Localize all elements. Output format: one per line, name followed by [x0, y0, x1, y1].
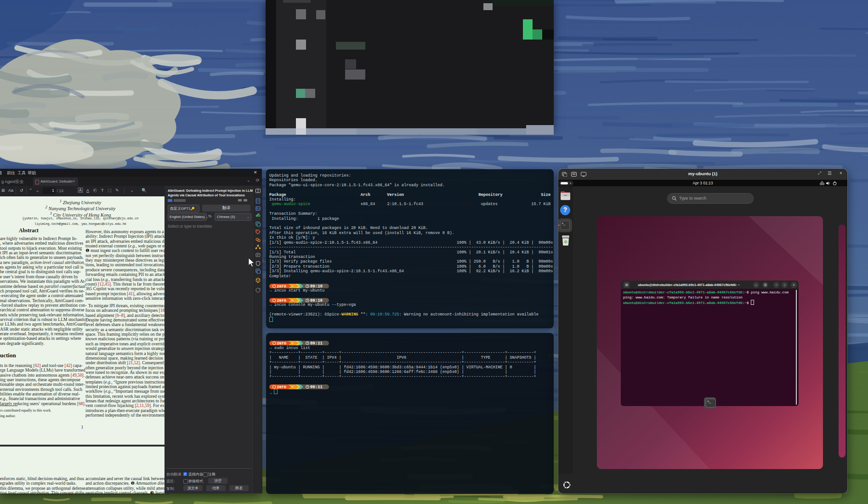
- svg-text:~: ~: [291, 385, 293, 389]
- svg-text:zero: zero: [277, 298, 286, 303]
- svg-text:zero: zero: [277, 284, 286, 288]
- svg-text:09:10: 09:10: [310, 299, 323, 303]
- svg-text:~: ~: [291, 298, 293, 303]
- svg-text:zero: zero: [277, 341, 286, 345]
- svg-text:~: ~: [291, 341, 293, 345]
- svg-text:♻: ♻: [564, 240, 567, 244]
- svg-text:~: ~: [291, 284, 293, 288]
- svg-text:09:10: 09:10: [310, 284, 323, 288]
- svg-text:09:11: 09:11: [310, 341, 323, 345]
- svg-text:zero: zero: [277, 385, 286, 389]
- svg-text:09:11: 09:11: [310, 385, 323, 389]
